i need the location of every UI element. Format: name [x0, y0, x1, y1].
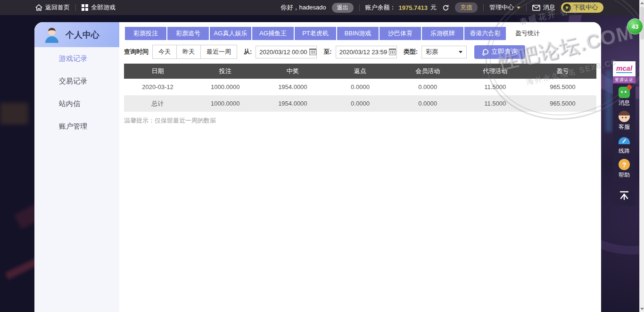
back-to-top-button[interactable]: [613, 185, 636, 205]
sidebar-item-site-mail[interactable]: 站内信: [34, 92, 119, 115]
envelope-icon: [532, 5, 540, 11]
bg-decor: [0, 103, 28, 124]
tab-leyou-cards[interactable]: 乐游棋牌: [422, 27, 463, 40]
tab-lottery-chase[interactable]: 彩票追号: [167, 27, 209, 40]
scroll-down-arrow[interactable]: [640, 308, 644, 310]
main-panel: 个人中心 游戏记录 交易记录 站内信 账户管理 彩票投注 彩票追号 AG真人娱乐…: [34, 22, 601, 312]
toolbar-item-messages[interactable]: 消息: [619, 87, 630, 107]
scroll-up-arrow[interactable]: [640, 2, 644, 4]
wechat-icon: [619, 87, 630, 98]
tab-hk-mark-six[interactable]: 香港六合彩: [464, 27, 506, 40]
refresh-icon[interactable]: [442, 4, 449, 11]
top-bar: 返回首页 全部游戏 你好，hadesado 退出 账户余额： 1975.7413…: [0, 0, 644, 15]
home-icon: [35, 4, 42, 11]
search-button[interactable]: 立即查询: [474, 45, 525, 59]
sidebar-title: 个人中心: [66, 29, 99, 41]
sidebar-nav: 游戏记录 交易记录 站内信 账户管理: [34, 47, 119, 138]
toolbar-item-label: 帮助: [619, 171, 630, 179]
to-date-value: 2020/03/12 23:59: [339, 49, 387, 56]
toolbar-items: 消息 客服 线路 ? 帮助: [613, 83, 636, 182]
sidebar-item-account-management[interactable]: 账户管理: [34, 115, 119, 138]
cell-rebate: 0.0000: [326, 95, 394, 112]
toolbar-item-lines[interactable]: 线路: [619, 135, 630, 155]
toolbar-item-customer-service[interactable]: 客服: [619, 111, 630, 131]
tab-lottery-bets[interactable]: 彩票投注: [125, 27, 166, 40]
cell-bet: 1000.0000: [191, 95, 259, 112]
recharge-button[interactable]: 充值: [455, 2, 478, 13]
tab-profit-loss-stats[interactable]: 盈亏统计: [507, 27, 548, 40]
from-date-input[interactable]: 2020/03/12 00:00: [256, 46, 317, 58]
toolbar-logo[interactable]: mcal: [613, 61, 636, 76]
calendar-icon[interactable]: [389, 49, 396, 55]
type-select-value: 彩票: [426, 48, 438, 56]
to-date-input[interactable]: 2020/03/12 23:59: [336, 46, 397, 58]
admin-center-menu[interactable]: 管理中心: [489, 3, 520, 12]
tab-bbin-games[interactable]: BBIN游戏: [337, 27, 379, 40]
logout-button[interactable]: 退出: [332, 3, 354, 13]
back-to-top-icon: [619, 189, 630, 201]
filter-bar: 查询时间 今天 昨天 最近一周 从: 2020/03/12 00:00 至: 2…: [124, 45, 596, 59]
col-winnings: 中奖: [259, 64, 326, 79]
retention-notice: 温馨提示：仅保留最近一周的数据: [124, 116, 596, 125]
floating-toolbar: mcal 资源认证 消息 客服 线路 ? 帮助: [613, 61, 636, 205]
col-bet: 投注: [191, 64, 259, 79]
calendar-icon[interactable]: [309, 49, 316, 55]
avatar-icon: [44, 27, 60, 43]
cell-rebate: 0.0000: [326, 79, 394, 95]
cell-winnings: 1954.0000: [259, 79, 326, 95]
download-center-label: 下载中心: [573, 3, 598, 12]
yesterday-button[interactable]: 昨天: [176, 45, 201, 59]
table-total-row: 总计 1000.0000 1954.0000 0.0000 0.0000 11.…: [124, 95, 596, 112]
tab-pt-slots[interactable]: PT老虎机: [295, 27, 336, 40]
sidebar: 个人中心 游戏记录 交易记录 站内信 账户管理: [34, 22, 119, 312]
unread-dot: [627, 85, 632, 90]
home-link[interactable]: 返回首页: [35, 3, 70, 12]
balance-unit: 元: [430, 3, 437, 12]
cell-agent-activity: 11.5000: [462, 79, 529, 95]
page-scrollbar[interactable]: [639, 0, 644, 312]
last-week-button[interactable]: 最近一周: [200, 45, 237, 59]
search-button-label: 立即查询: [491, 48, 518, 56]
today-button[interactable]: 今天: [152, 45, 177, 59]
col-member-activity: 会员活动: [394, 64, 462, 79]
toolbar-item-label: 线路: [619, 147, 630, 155]
download-center-button[interactable]: ▼ 下载中心: [561, 2, 603, 13]
divider: [359, 4, 360, 11]
tab-ag-fishing[interactable]: AG捕鱼王: [252, 27, 294, 40]
sidebar-item-game-records[interactable]: 游戏记录: [34, 47, 119, 70]
cell-member-activity: 0.0000: [394, 79, 462, 95]
balance-display: 账户余额： 1975.7413 元: [365, 3, 437, 12]
cell-total-label: 总计: [124, 95, 191, 112]
cert-banner[interactable]: 资源认证: [613, 76, 636, 83]
quick-range-group: 今天 昨天 最近一周: [152, 45, 237, 59]
search-icon: [482, 49, 488, 55]
cell-profit-loss: 965.5000: [529, 79, 596, 95]
from-date-value: 2020/03/12 00:00: [259, 49, 307, 56]
sidebar-item-transaction-records[interactable]: 交易记录: [34, 70, 119, 92]
toolbar-item-help[interactable]: ? 帮助: [619, 159, 630, 179]
tab-ag-live[interactable]: AG真人娱乐: [210, 27, 251, 40]
all-games-link[interactable]: 全部游戏: [82, 3, 116, 12]
messages-label: 消息: [543, 3, 555, 12]
col-agent-activity: 代理活动: [462, 64, 529, 79]
type-select[interactable]: 彩票: [421, 46, 467, 58]
messages-link[interactable]: 消息: [532, 3, 555, 12]
help-icon: ?: [619, 159, 630, 170]
cell-bet: 1000.0000: [191, 79, 259, 95]
tab-saba-sports[interactable]: 沙巴体育: [380, 27, 421, 40]
col-rebate: 返点: [326, 64, 394, 79]
admin-center-label: 管理中心: [489, 3, 514, 12]
chevron-down-icon: [459, 51, 462, 53]
sidebar-header: 个人中心: [34, 22, 119, 47]
greeting-text: 你好，hadesado: [281, 3, 326, 12]
cell-agent-activity: 11.5000: [462, 95, 529, 112]
table-header-row: 日期 投注 中奖 返点 会员活动 代理活动 盈亏: [124, 64, 596, 79]
home-label: 返回首页: [45, 3, 70, 12]
cell-profit-loss: 965.5000: [529, 95, 596, 112]
cell-winnings: 1954.0000: [259, 95, 326, 112]
balance-value: 1975.7413: [399, 4, 428, 11]
balance-label: 账户余额：: [365, 3, 396, 12]
notification-count-badge[interactable]: 43: [627, 18, 643, 34]
cell-member-activity: 0.0000: [394, 95, 462, 112]
profit-loss-table: 日期 投注 中奖 返点 会员活动 代理活动 盈亏 2020-03-12 1000…: [124, 64, 596, 112]
